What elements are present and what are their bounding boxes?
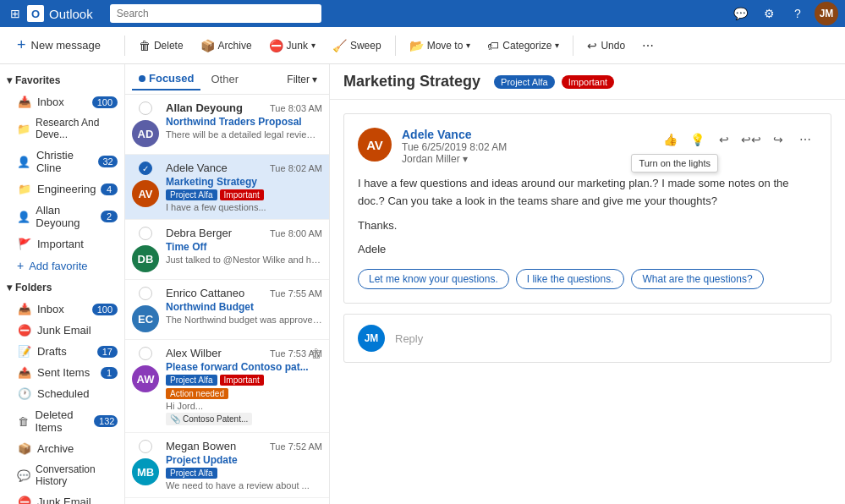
suggestion-btn-3[interactable]: What are the questions? xyxy=(631,269,763,289)
reading-subject: Marketing Strategy xyxy=(343,73,480,90)
sidebar-item-inbox-fav[interactable]: 📥 Inbox 100 xyxy=(0,91,124,112)
sidebar-item-research[interactable]: 📁 Research And Deve... xyxy=(0,112,124,145)
reply-card[interactable]: JM Reply xyxy=(343,314,831,363)
undo-button[interactable]: ↩ Undo xyxy=(580,36,632,56)
email-select-1[interactable] xyxy=(139,101,152,115)
expand-to-icon[interactable]: ▾ xyxy=(463,153,468,165)
sidebar-scheduled-label: Scheduled xyxy=(37,387,89,400)
sidebar-item-inbox-fav-label: Inbox xyxy=(37,96,64,108)
email-content-4: Enrico Cattaneo Tue 7:55 AM Northwind Bu… xyxy=(166,287,322,332)
junk-icon: ⛔ xyxy=(269,39,283,52)
email-item-1[interactable]: AD Allan Deyoung Tue 8:03 AM Northwind T… xyxy=(125,95,329,155)
email-subject-5: Please forward Contoso pat... xyxy=(166,361,322,373)
forward-btn[interactable]: ↪ xyxy=(766,128,790,151)
sidebar-item-archive[interactable]: 📦 Archive xyxy=(0,438,124,459)
new-message-icon: + xyxy=(17,36,26,54)
like-button[interactable]: 👍 xyxy=(658,128,682,151)
inbox-badge: 100 xyxy=(92,304,118,315)
reply-input-area[interactable]: Reply xyxy=(395,332,817,345)
email-item-6[interactable]: MB Megan Bowen Tue 7:52 AM Project Updat… xyxy=(125,433,329,498)
msg-more-btn[interactable]: ⋯ xyxy=(793,128,817,151)
lightbulb-button[interactable]: 💡 xyxy=(685,128,709,151)
delete-button[interactable]: 🗑 Delete xyxy=(132,36,190,56)
sweep-button[interactable]: 🧹 Sweep xyxy=(326,36,388,56)
delete-email-icon-5[interactable]: 🗑 xyxy=(310,347,322,360)
more-button[interactable]: ⋯ xyxy=(635,36,661,56)
categorize-icon: 🏷 xyxy=(487,39,499,52)
email-preview-1: There will be a detailed legal review of… xyxy=(166,129,322,140)
sidebar-item-deleted[interactable]: 🗑 Deleted Items 132 xyxy=(0,404,124,438)
sidebar-item-convhistory[interactable]: 💬 Conversation History xyxy=(0,459,124,491)
sweep-icon: 🧹 xyxy=(332,39,347,52)
junk3-icon: ⛔ xyxy=(17,496,32,504)
email-select-4[interactable] xyxy=(139,287,152,300)
other-tab[interactable]: Other xyxy=(204,68,245,90)
outlook-logo: O xyxy=(27,5,44,22)
avatar-5: AW xyxy=(132,365,159,392)
feedback-icon[interactable]: 💬 xyxy=(728,2,752,25)
suggestion-btn-2[interactable]: I like the questions. xyxy=(516,269,625,289)
email-item-4[interactable]: EC Enrico Cattaneo Tue 7:55 AM Northwind… xyxy=(125,280,329,340)
settings-icon[interactable]: ⚙ xyxy=(757,2,781,25)
inbox-icon: 📥 xyxy=(17,96,32,108)
main-content: ▾ Favorites 📥 Inbox 100 📁 Research And D… xyxy=(0,64,845,504)
sidebar-item-junk[interactable]: ⛔ Junk Email xyxy=(0,320,124,341)
sidebar-item-junk2[interactable]: ⛔ Junk Email xyxy=(0,491,124,504)
sidebar-item-sent[interactable]: 📤 Sent Items 1 xyxy=(0,362,124,383)
favorites-section-header[interactable]: ▾ Favorites xyxy=(0,69,124,91)
toolbar-separator-3 xyxy=(573,36,573,56)
undo-icon: ↩ xyxy=(587,39,597,52)
new-message-button[interactable]: + New message xyxy=(7,33,111,58)
drafts-badge: 17 xyxy=(97,346,118,358)
reply-btn[interactable]: ↩ xyxy=(712,128,736,151)
email-item-5[interactable]: AW Alex Wilber Tue 7:53 AM Please forwar… xyxy=(125,340,329,433)
sidebar-item-engineering[interactable]: 📁 Engineering 4 xyxy=(0,178,124,200)
filter-button[interactable]: Filter ▾ xyxy=(282,71,322,88)
email-select-3[interactable] xyxy=(139,227,152,240)
categorize-label: Categorize xyxy=(502,40,551,52)
focused-tab[interactable]: Focused xyxy=(132,68,200,90)
attachment-name-5: Contoso Patent... xyxy=(183,414,248,424)
sidebar-deleted-label: Deleted Items xyxy=(36,408,95,434)
sidebar-item-inbox[interactable]: 📥 Inbox 100 xyxy=(0,299,124,320)
email-time-3: Tue 8:00 AM xyxy=(270,228,322,238)
suggestion-btn-1[interactable]: Let me know your questions. xyxy=(358,269,509,289)
archive-button[interactable]: 📦 Archive xyxy=(194,36,259,56)
email-subject-4: Northwind Budget xyxy=(166,301,322,313)
email-select-6[interactable] xyxy=(139,440,152,453)
moveto-dropdown-icon: ▾ xyxy=(466,41,470,50)
junk-button[interactable]: ⛔ Junk ▾ xyxy=(262,36,322,56)
folders-section-header[interactable]: ▾ Folders xyxy=(0,277,124,299)
reply-all-btn[interactable]: ↩↩ xyxy=(739,128,763,151)
msg-to-line: Jordan Miller ▾ xyxy=(402,153,648,165)
email-time-1: Tue 8:03 AM xyxy=(270,103,322,113)
moveto-button[interactable]: 📂 Move to ▾ xyxy=(403,36,478,56)
sidebar-item-drafts[interactable]: 📝 Drafts 17 xyxy=(0,341,124,362)
msg-actions: 👍 💡 ↩ ↩↩ ↪ ⋯ xyxy=(658,128,817,151)
archive-icon: 📦 xyxy=(200,39,215,52)
sweep-label: Sweep xyxy=(350,40,381,52)
email-select-5[interactable] xyxy=(139,347,152,360)
christie-badge: 32 xyxy=(98,156,118,167)
sidebar-item-christie[interactable]: 👤 Christie Cline 32 xyxy=(0,145,124,178)
help-icon[interactable]: ? xyxy=(786,2,809,25)
trash-icon: 🗑 xyxy=(17,415,30,428)
allan-badge: 2 xyxy=(101,211,118,222)
email-item-2[interactable]: ✓ AV Adele Vance Tue 8:02 AM Marketing S… xyxy=(125,155,329,220)
categorize-button[interactable]: 🏷 Categorize ▾ xyxy=(480,36,566,56)
sidebar-item-allan[interactable]: 👤 Allan Deyoung 2 xyxy=(0,200,124,233)
focused-tab-label: Focused xyxy=(149,72,194,85)
sidebar-item-important[interactable]: 🚩 Important xyxy=(0,233,124,255)
add-favorite-button[interactable]: + Add favorite xyxy=(0,255,124,277)
user-avatar[interactable]: JM xyxy=(815,2,838,25)
more-icon: ⋯ xyxy=(642,39,654,52)
avatar-3: DB xyxy=(132,245,159,272)
reading-tag-project-alfa: Project Alfa xyxy=(494,75,555,89)
email-select-2[interactable]: ✓ xyxy=(139,162,152,175)
search-input[interactable] xyxy=(110,4,321,23)
email-item-3[interactable]: DB Debra Berger Tue 8:00 AM Time Off Jus… xyxy=(125,220,329,280)
sidebar-item-scheduled[interactable]: 🕐 Scheduled xyxy=(0,383,124,404)
email-item-7[interactable]: AV Adele Vance Tue 7:49 AM Expense Repor… xyxy=(125,498,329,504)
apps-grid-icon[interactable]: ⊞ xyxy=(7,3,24,24)
email-sender-3: Debra Berger xyxy=(166,227,232,239)
